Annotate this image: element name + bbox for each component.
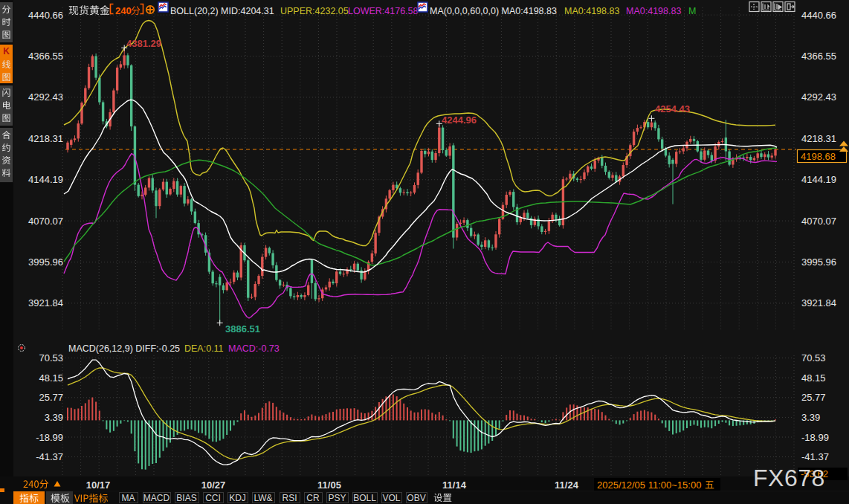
svg-text:-41.37: -41.37	[36, 451, 63, 462]
svg-text:4218.31: 4218.31	[28, 133, 63, 144]
svg-text:LOWER:4176.58: LOWER:4176.58	[348, 6, 419, 16]
svg-text:48.15: 48.15	[801, 372, 826, 384]
svg-text:MACD(26,12,9) DIFF:-0.25: MACD(26,12,9) DIFF:-0.25	[68, 343, 180, 354]
svg-text:48.15: 48.15	[39, 372, 63, 384]
svg-text:240: 240	[115, 5, 132, 16]
svg-text:RSI: RSI	[282, 493, 297, 503]
svg-text:4440.66: 4440.66	[28, 10, 63, 21]
svg-text:BOLL(20,2) MID:4204.31: BOLL(20,2) MID:4204.31	[170, 6, 274, 16]
svg-text:BIAS: BIAS	[176, 493, 196, 503]
svg-text:25.77: 25.77	[39, 392, 63, 403]
svg-text:K: K	[3, 46, 10, 56]
svg-text:MACD:-0.73: MACD:-0.73	[228, 343, 280, 354]
svg-text:4440.66: 4440.66	[801, 10, 836, 21]
svg-text:11/14: 11/14	[442, 479, 467, 491]
svg-text:3921.84: 3921.84	[28, 297, 63, 308]
svg-text:3886.51: 3886.51	[225, 323, 260, 335]
svg-text:BOLL: BOLL	[353, 493, 376, 503]
svg-text:OBV: OBV	[407, 493, 425, 503]
svg-text:70.53: 70.53	[39, 352, 63, 364]
svg-text:4366.55: 4366.55	[801, 51, 836, 62]
svg-text:11/05: 11/05	[317, 479, 341, 491]
svg-text:3.39: 3.39	[801, 412, 820, 423]
svg-text:MA(0,0,0,60,0,0) MA0:4198.83: MA(0,0,0,60,0,0) MA0:4198.83	[430, 6, 557, 16]
svg-text:LW&: LW&	[254, 493, 272, 503]
svg-text:-18.99: -18.99	[36, 432, 63, 443]
svg-text:3995.96: 3995.96	[801, 256, 836, 268]
svg-text:4144.19: 4144.19	[801, 174, 836, 185]
svg-text:PSY: PSY	[328, 493, 346, 503]
svg-text:3921.84: 3921.84	[801, 297, 836, 308]
svg-text:4381.29: 4381.29	[126, 38, 161, 49]
svg-text:4144.19: 4144.19	[28, 174, 63, 185]
svg-text:4218.31: 4218.31	[801, 133, 836, 144]
svg-text:-18.99: -18.99	[801, 432, 829, 443]
svg-text:11/24: 11/24	[555, 479, 579, 491]
svg-text:3.39: 3.39	[45, 412, 63, 423]
svg-text:4070.07: 4070.07	[28, 216, 63, 227]
svg-text:MA0:4198.83: MA0:4198.83	[564, 6, 619, 16]
svg-text:KDJ: KDJ	[229, 493, 246, 503]
svg-text:2025/12/05 11:00~15:00: 2025/12/05 11:00~15:00	[597, 479, 701, 491]
svg-text:MA0:4198.83: MA0:4198.83	[626, 6, 681, 16]
svg-text:CCI: CCI	[205, 493, 221, 503]
svg-text:4198.68: 4198.68	[801, 151, 836, 162]
svg-text:4366.55: 4366.55	[28, 51, 63, 62]
svg-text:DEA:0.11: DEA:0.11	[184, 343, 224, 354]
svg-text:MA: MA	[122, 493, 135, 503]
svg-text:10/27: 10/27	[201, 479, 226, 491]
svg-text:70.53: 70.53	[801, 352, 826, 364]
svg-text:25.77: 25.77	[801, 392, 826, 403]
svg-text:CR: CR	[306, 493, 320, 503]
svg-text:4070.07: 4070.07	[801, 216, 836, 227]
svg-text:VOL: VOL	[382, 493, 400, 503]
svg-text:4292.43: 4292.43	[801, 91, 836, 103]
svg-text:10/17: 10/17	[86, 479, 111, 491]
svg-text:UPPER:4232.05: UPPER:4232.05	[280, 6, 349, 16]
svg-text:4292.43: 4292.43	[28, 91, 63, 103]
svg-text:-41.37: -41.37	[801, 451, 829, 462]
svg-text:3995.96: 3995.96	[28, 256, 63, 268]
svg-text:4254.43: 4254.43	[655, 103, 690, 114]
svg-text:M: M	[688, 6, 696, 16]
svg-text:MACD: MACD	[143, 493, 170, 503]
svg-text:4244.96: 4244.96	[442, 114, 477, 126]
